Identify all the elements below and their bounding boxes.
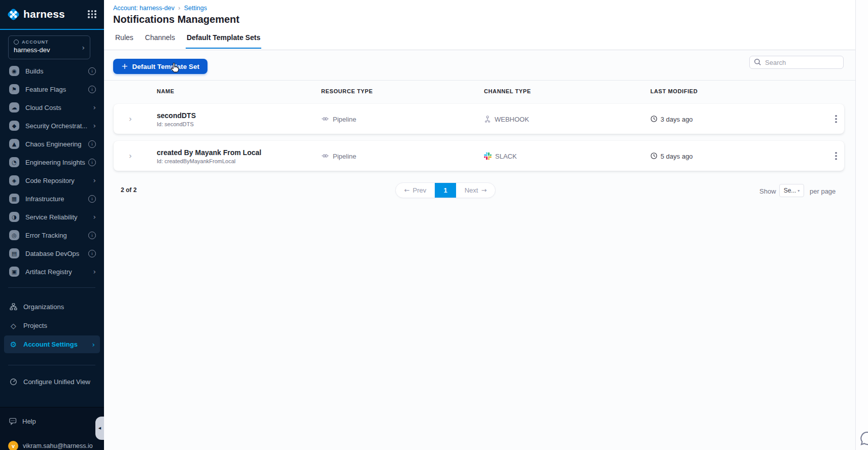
info-icon[interactable]: i: [88, 232, 96, 239]
right-gutter: [856, 0, 868, 450]
sidebar: harness ACCOUNT harness-dev › ◉ Builds i…: [0, 0, 104, 450]
shield-icon: ◆: [9, 121, 19, 131]
info-icon[interactable]: i: [88, 67, 96, 75]
pipeline-icon: [321, 153, 329, 160]
artifact-registry-icon: ▣: [9, 267, 19, 277]
breadcrumb-settings-link[interactable]: Settings: [184, 5, 207, 12]
sidebar-item-feature-flags[interactable]: ⚑ Feature Flags i: [0, 80, 104, 98]
sidebar-item-error-tracking[interactable]: ◎ Error Tracking i: [0, 226, 104, 244]
info-icon[interactable]: i: [88, 140, 96, 148]
sidebar-item-label: Database DevOps: [25, 250, 88, 257]
sidebar-item-engineering-insights[interactable]: ◔ Engineering Insights i: [0, 153, 104, 171]
info-icon[interactable]: i: [88, 159, 96, 166]
service-reliability-icon: ◑: [9, 212, 19, 222]
user-account-row[interactable]: v vikram.sahu@harness.io: [8, 441, 93, 450]
resource-type-cell: Pipeline: [321, 115, 356, 123]
sidebar-item-cloud-costs[interactable]: ☁ Cloud Costs ›: [0, 98, 104, 117]
row-menu-button[interactable]: [833, 113, 839, 125]
channel-type-cell: WEBHOOK: [484, 115, 529, 123]
sidebar-divider: [8, 365, 95, 365]
sidebar-item-chaos-engineering[interactable]: ▲ Chaos Engineering i: [0, 135, 104, 153]
help-label: Help: [22, 418, 36, 425]
expand-row-icon[interactable]: ›: [129, 152, 132, 161]
slack-icon: [484, 152, 492, 160]
page-size-value: Se...: [784, 187, 796, 194]
pagination-count: 2 of 2: [121, 186, 136, 194]
pagination: ← Prev 1 Next →: [395, 182, 496, 198]
chevron-right-icon: ›: [92, 341, 95, 349]
info-icon[interactable]: i: [88, 86, 96, 93]
template-set-name: secondDTS: [157, 111, 196, 119]
sidebar-item-organizations[interactable]: Organizations: [4, 298, 100, 316]
new-default-template-set-button[interactable]: + Default Template Set: [113, 59, 207, 74]
sidebar-item-help[interactable]: Help: [9, 418, 36, 425]
table-row[interactable]: › secondDTS Id: secondDTS Pipeline WEBHO…: [114, 104, 844, 134]
sidebar-divider: [8, 287, 95, 288]
sidebar-item-label: Feature Flags: [25, 86, 88, 93]
toolbar-border: [104, 80, 855, 81]
sidebar-item-configure-unified-view[interactable]: Configure Unified View: [4, 373, 100, 391]
sidebar-item-infrastructure[interactable]: ▦ Infrastructure i: [0, 190, 104, 208]
app-grid-icon[interactable]: [88, 10, 96, 18]
sidebar-item-artifact-registry[interactable]: ▣ Artifact Registry ›: [0, 262, 104, 281]
configure-view-icon: [9, 378, 18, 386]
template-set-id: Id: secondDTS: [157, 121, 196, 127]
page-size-select[interactable]: Se... ▾: [779, 184, 804, 197]
sidebar-collapse-handle[interactable]: ◀: [95, 417, 104, 440]
create-button-label: Default Template Set: [132, 63, 199, 70]
support-chat-icon[interactable]: [859, 430, 868, 449]
tab-bar-border: [104, 50, 855, 50]
chevron-right-icon: ›: [178, 5, 181, 12]
prev-label: Prev: [413, 186, 427, 194]
sidebar-item-label: Organizations: [23, 303, 95, 311]
sidebar-item-label: Security Orchestrat...: [25, 122, 93, 130]
next-page-button[interactable]: Next →: [456, 183, 495, 198]
table-row[interactable]: › created By Mayank From Local Id: creat…: [114, 141, 844, 171]
last-modified-cell: 5 days ago: [650, 152, 693, 160]
tab-channels[interactable]: Channels: [144, 33, 176, 49]
channel-type-label: WEBHOOK: [495, 115, 529, 123]
gear-icon: ⚙: [9, 340, 18, 349]
last-modified-label: 3 days ago: [661, 115, 693, 123]
tab-rules[interactable]: Rules: [114, 33, 134, 49]
account-selector[interactable]: ACCOUNT harness-dev ›: [8, 35, 90, 59]
prev-page-button[interactable]: ← Prev: [396, 183, 435, 198]
info-icon[interactable]: i: [88, 250, 96, 257]
template-set-name: created By Mayank From Local: [157, 148, 261, 156]
next-label: Next: [465, 186, 478, 194]
row-menu-button[interactable]: [833, 150, 839, 162]
sidebar-item-security-orchestration[interactable]: ◆ Security Orchestrat... ›: [0, 117, 104, 135]
sidebar-item-label: Builds: [25, 67, 88, 75]
clock-icon: [650, 153, 657, 160]
sidebar-item-projects[interactable]: ◇ Projects: [4, 317, 100, 334]
sidebar-item-service-reliability[interactable]: ◑ Service Reliability ›: [0, 208, 104, 226]
sidebar-item-builds[interactable]: ◉ Builds i: [0, 62, 104, 80]
chaos-engineering-icon: ▲: [9, 139, 19, 149]
sidebar-item-account-settings[interactable]: ⚙ Account Settings ›: [4, 335, 100, 353]
tab-default-template-sets[interactable]: Default Template Sets: [186, 33, 261, 49]
breadcrumb-account-link[interactable]: Account: harness-dev: [113, 5, 175, 12]
avatar: v: [8, 441, 18, 450]
chevron-right-icon: ›: [93, 176, 96, 184]
sidebar-secondary-nav: Organizations ◇ Projects ⚙ Account Setti…: [4, 298, 100, 354]
database-icon: ▤: [9, 248, 19, 258]
search-box: [749, 56, 844, 69]
column-header-name: NAME: [157, 88, 175, 94]
page-number-button[interactable]: 1: [435, 183, 456, 198]
right-gutter-line: [855, 0, 856, 450]
harness-logo-icon: [7, 8, 20, 21]
search-input[interactable]: [749, 56, 844, 69]
info-icon[interactable]: i: [88, 195, 96, 203]
sidebar-item-label: Configure Unified View: [23, 378, 95, 386]
expand-row-icon[interactable]: ›: [129, 115, 132, 124]
show-label: Show: [759, 188, 776, 195]
sidebar-item-database-devops[interactable]: ▤ Database DevOps i: [0, 244, 104, 262]
engineering-insights-icon: ◔: [9, 157, 19, 167]
last-modified-cell: 3 days ago: [650, 115, 693, 123]
resource-type-cell: Pipeline: [321, 152, 356, 160]
search-icon: [754, 58, 761, 68]
chevron-right-icon: ›: [93, 103, 96, 111]
sidebar-item-code-repository[interactable]: ◈ Code Repository ›: [0, 171, 104, 190]
arrow-right-icon: →: [481, 186, 487, 194]
sidebar-item-label: Artifact Registry: [25, 268, 93, 276]
